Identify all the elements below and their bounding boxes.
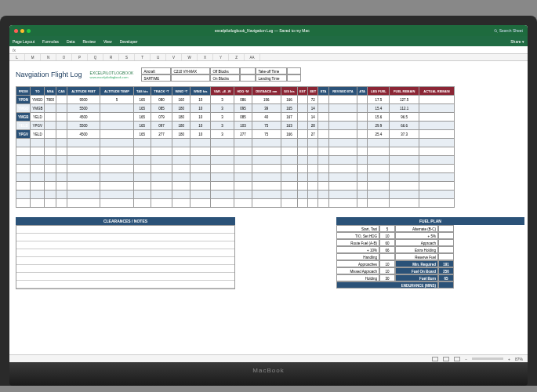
cell[interactable]: 96.5 xyxy=(390,113,419,122)
cell[interactable]: 27 xyxy=(308,130,318,139)
col-M[interactable]: M xyxy=(25,54,41,60)
col-AA[interactable]: AA xyxy=(245,54,260,60)
cell[interactable] xyxy=(56,113,67,122)
cell[interactable] xyxy=(56,104,67,113)
cell[interactable]: 10 xyxy=(190,104,210,113)
view-break-icon[interactable] xyxy=(454,357,460,361)
cell[interactable]: 10 xyxy=(190,122,210,130)
cell[interactable]: 4500 xyxy=(67,130,100,139)
col-O[interactable]: O xyxy=(56,54,72,60)
col-N[interactable]: N xyxy=(41,54,56,60)
cell[interactable] xyxy=(297,113,307,122)
col-P[interactable]: P xyxy=(72,54,88,60)
col-W[interactable]: W xyxy=(182,54,198,60)
cell[interactable]: 180 xyxy=(172,104,190,113)
cell[interactable] xyxy=(318,130,328,139)
cell[interactable]: 72 xyxy=(308,96,318,104)
cell[interactable]: YMGD xyxy=(31,96,45,104)
cell[interactable]: 097 xyxy=(151,122,172,130)
cell[interactable] xyxy=(297,122,307,130)
cell[interactable]: 10 xyxy=(190,96,210,104)
cell[interactable]: 085 xyxy=(234,113,252,122)
col-Y[interactable]: Y xyxy=(213,54,229,60)
cell[interactable]: YPDN xyxy=(16,96,31,104)
col-Z[interactable]: Z xyxy=(229,54,245,60)
cell[interactable] xyxy=(419,113,454,122)
cell[interactable] xyxy=(56,122,67,130)
cell[interactable]: 39 xyxy=(252,104,281,113)
cell[interactable]: 103 xyxy=(234,122,252,130)
cell[interactable]: 080 xyxy=(151,96,172,104)
cell[interactable] xyxy=(357,104,368,113)
cell[interactable] xyxy=(45,130,56,139)
tab-data[interactable]: Data xyxy=(67,39,75,44)
cell[interactable] xyxy=(357,113,368,122)
cell[interactable]: 277 xyxy=(234,130,252,139)
cell[interactable]: YPGV xyxy=(16,130,31,139)
cell[interactable]: 3 xyxy=(210,113,234,122)
cell[interactable]: 10 xyxy=(190,130,210,139)
cell[interactable]: 5500 xyxy=(67,104,100,113)
cell[interactable]: 127.5 xyxy=(390,96,419,104)
col-Q[interactable]: Q xyxy=(88,54,103,60)
cell[interactable]: YELD xyxy=(16,122,31,130)
cell[interactable] xyxy=(419,122,454,130)
cell[interactable] xyxy=(328,104,357,113)
view-layout-icon[interactable] xyxy=(443,357,449,361)
cell[interactable] xyxy=(56,130,67,139)
tab-formulas[interactable]: Formulas xyxy=(42,39,59,44)
cell[interactable] xyxy=(357,122,368,130)
cell[interactable]: 28 xyxy=(308,122,318,130)
cell[interactable]: 10 xyxy=(190,113,210,122)
cell[interactable] xyxy=(100,122,133,130)
cell[interactable]: 166 xyxy=(281,130,298,139)
cell[interactable]: 14 xyxy=(308,104,318,113)
flight-log-table[interactable]: FROMTOMSACASALTITUDE FEETALTITUDE TEMPTA… xyxy=(16,86,455,208)
cell[interactable]: 3 xyxy=(210,122,234,130)
cell[interactable]: 095 xyxy=(234,104,252,113)
maximize-icon[interactable] xyxy=(27,29,31,33)
cell[interactable]: 277 xyxy=(151,130,172,139)
cell[interactable]: 5500 xyxy=(67,122,100,130)
cell[interactable]: 180 xyxy=(172,122,190,130)
cell[interactable]: 180 xyxy=(172,130,190,139)
cell[interactable] xyxy=(419,130,454,139)
cell[interactable]: 15.4 xyxy=(368,104,390,113)
minimize-icon[interactable] xyxy=(20,29,24,33)
cell[interactable]: 163 xyxy=(281,122,298,130)
column-headers[interactable]: LMNOPQRSTUVWXYZAA xyxy=(9,54,528,61)
cell[interactable]: 112.1 xyxy=(390,104,419,113)
cell[interactable]: 167 xyxy=(281,113,298,122)
cell[interactable]: 4500 xyxy=(67,113,100,122)
cell[interactable] xyxy=(45,104,56,113)
cell[interactable]: 25.4 xyxy=(368,130,390,139)
cell[interactable] xyxy=(318,104,328,113)
cell[interactable]: 165 xyxy=(133,96,151,104)
cell[interactable] xyxy=(297,104,307,113)
cell[interactable]: YMGD xyxy=(16,104,31,113)
tab-view[interactable]: View xyxy=(103,39,112,44)
cell[interactable] xyxy=(419,104,454,113)
cell[interactable]: 75 xyxy=(252,130,281,139)
cell[interactable] xyxy=(328,122,357,130)
cell[interactable]: 079 xyxy=(151,113,172,122)
spreadsheet-body[interactable]: Navgiation Flight Log EXCELPILOTLOGBOOK … xyxy=(9,61,528,292)
cell[interactable]: 75 xyxy=(252,122,281,130)
zoom-in-icon[interactable]: + xyxy=(508,357,510,361)
cell[interactable] xyxy=(328,113,357,122)
cell[interactable]: 196 xyxy=(252,96,281,104)
cell[interactable] xyxy=(357,130,368,139)
cell[interactable]: 14 xyxy=(308,113,318,122)
cell[interactable]: 180 xyxy=(172,113,190,122)
cell[interactable]: 165 xyxy=(133,104,151,113)
col-V[interactable]: V xyxy=(166,54,182,60)
cell[interactable] xyxy=(100,113,133,122)
cell[interactable] xyxy=(328,96,357,104)
tab-page-layout[interactable]: Page Layout xyxy=(13,39,34,44)
close-icon[interactable] xyxy=(14,29,18,33)
tab-review[interactable]: Review xyxy=(83,39,96,44)
cell[interactable] xyxy=(318,122,328,130)
tab-developer[interactable]: Developer xyxy=(120,39,138,44)
cell[interactable]: 3 xyxy=(210,130,234,139)
cell[interactable] xyxy=(328,130,357,139)
